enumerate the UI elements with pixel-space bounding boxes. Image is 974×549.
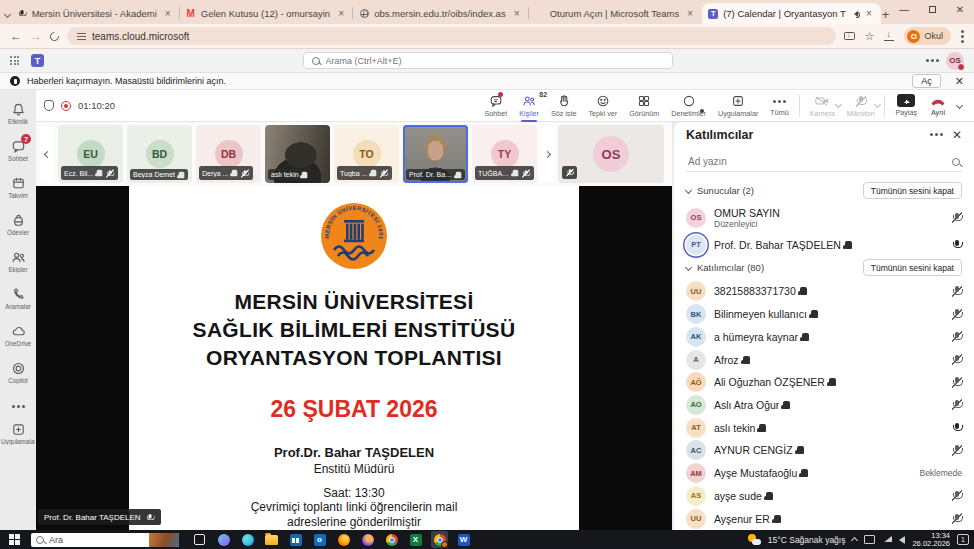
teams-search-bar[interactable] [303, 52, 673, 69]
address-bar[interactable] [67, 27, 836, 45]
panel-close-icon[interactable]: ✕ [952, 128, 962, 142]
mic-options-chevron-icon[interactable] [874, 100, 881, 107]
browser-tab-active[interactable]: T (7) Calendar | Oryantasyon T × [702, 3, 881, 24]
video-tile-active-speaker[interactable]: Prof. Dr. Bah... [403, 125, 468, 183]
video-tile[interactable]: BD Beyza Demet [127, 125, 192, 183]
tab-audio-icon[interactable] [851, 11, 858, 17]
leave-button[interactable]: Ayrıl [923, 90, 953, 122]
participant-row[interactable]: AT aslı tekin [674, 416, 974, 439]
mic-off-icon[interactable] [952, 490, 962, 501]
rail-item-activity[interactable]: Etkinlik [1, 96, 35, 131]
rail-item-calendar[interactable]: Takvim [1, 170, 35, 205]
presenters-section-header[interactable]: Sunucular (2) Tümünün sesini kapat [674, 178, 974, 202]
close-button[interactable]: ✕ [946, 0, 974, 18]
firefox-icon[interactable] [335, 531, 352, 548]
file-explorer-icon[interactable] [263, 531, 280, 548]
participant-row[interactable]: AK a hümeyra kaynar [674, 325, 974, 348]
mute-all-button[interactable]: Tümünün sesini kapat [863, 182, 962, 199]
panel-more-icon[interactable] [935, 133, 938, 136]
rail-item-copilot[interactable]: Copilot [1, 355, 35, 390]
participant-search[interactable] [686, 152, 962, 172]
firefox-nightly-icon[interactable] [359, 531, 376, 548]
participant-row[interactable]: PT Prof. Dr. Bahar TAŞDELEN [674, 233, 974, 256]
tab-close-icon[interactable]: × [162, 8, 174, 20]
tab-search-icon[interactable] [4, 4, 11, 24]
participant-row[interactable]: A Afroz [674, 348, 974, 371]
video-tile[interactable]: EU Ecz. Bil... [58, 125, 123, 183]
mic-off-icon[interactable] [952, 309, 962, 320]
chrome-active-icon[interactable] [431, 531, 448, 548]
mic-off-icon[interactable] [952, 513, 962, 524]
participant-row[interactable]: UU 38215883371730 [674, 280, 974, 303]
participant-row[interactable]: UU Ayşenur ER [674, 507, 974, 530]
outlook-icon[interactable]: o [311, 531, 328, 548]
tab-close-icon[interactable]: × [863, 8, 875, 20]
share-button[interactable]: Paylaş [889, 90, 923, 122]
browser-tab-2[interactable]: M Gelen Kutusu (12) - omursayin × [180, 3, 353, 24]
browser-tab-4[interactable]: Oturum Açın | Microsoft Teams × [529, 3, 703, 24]
user-avatar[interactable]: OS [946, 52, 964, 70]
mic-off-icon[interactable] [952, 377, 962, 388]
video-tile[interactable]: DB Derya ... [196, 125, 261, 183]
mic-button[interactable]: Mikrofon [841, 90, 881, 122]
mute-all-button[interactable]: Tümünün sesini kapat [863, 259, 962, 276]
microsoft-store-icon[interactable] [287, 531, 304, 548]
controls-button[interactable]: Denetimler [665, 90, 712, 122]
back-button[interactable]: ← [10, 30, 22, 42]
participant-row[interactable]: AÖ Ali Oğuzhan ÖZŞENER [674, 371, 974, 394]
collapse-chevron-icon[interactable] [685, 264, 692, 271]
view-button[interactable]: Görünüm [623, 90, 665, 122]
browser-tab-1[interactable]: Mersin Üniversitesi - Akademi × [11, 3, 180, 24]
url-input[interactable] [92, 31, 392, 42]
mic-on-icon[interactable] [952, 239, 962, 250]
chat-button[interactable]: Sohbet [479, 90, 514, 122]
mic-off-icon[interactable] [952, 354, 962, 365]
hidden-icons-chevron-icon[interactable] [851, 537, 858, 544]
rail-item-calls[interactable]: Aramalar [1, 281, 35, 316]
taskbar-clock[interactable]: 13:34 26.02.2026 [912, 532, 950, 548]
collapse-chevron-icon[interactable] [685, 187, 692, 194]
presentation-stage[interactable]: MERSİN ÜNİVERSİTESİ 1992 [36, 186, 672, 530]
rail-item-chat[interactable]: 7 Sohbet [1, 133, 35, 168]
notification-center-icon[interactable]: 1 [957, 534, 969, 545]
minimize-button[interactable]: — [890, 0, 918, 18]
cast-icon[interactable] [844, 32, 855, 40]
video-tile[interactable]: TY TUĞBA ... [472, 125, 537, 183]
taskbar-search[interactable]: Ara [31, 533, 179, 547]
reload-button[interactable] [48, 30, 61, 43]
leave-options-chevron-icon[interactable] [956, 102, 963, 109]
network-tray-icon[interactable] [882, 536, 892, 544]
browser-tab-3[interactable]: obs.mersin.edu.tr/oibs/index.as × [353, 3, 528, 24]
mic-off-icon[interactable] [952, 399, 962, 410]
apps-button[interactable]: Uygulamalar [712, 90, 764, 122]
attendees-section-header[interactable]: Katılımcılar (80) Tümünün sesini kapat [674, 256, 974, 280]
teams-more-icon[interactable] [931, 59, 934, 62]
volume-tray-icon[interactable] [899, 536, 905, 544]
maximize-button[interactable] [918, 0, 946, 18]
profile-chip[interactable]: O Okul [904, 27, 951, 45]
react-button[interactable]: Tepki ver [582, 90, 623, 122]
search-highlight-image[interactable] [149, 533, 179, 547]
participant-search-input[interactable] [688, 156, 946, 167]
mic-off-icon[interactable] [952, 445, 962, 456]
participant-row[interactable]: AC AYNUR CENGİZ [674, 439, 974, 462]
display-tray-icon[interactable] [864, 535, 875, 544]
word-icon[interactable]: W [455, 531, 472, 548]
mic-off-icon[interactable] [952, 212, 962, 223]
teams-search-input[interactable] [326, 56, 664, 66]
new-tab-button[interactable]: + [881, 4, 890, 24]
browser-menu-icon[interactable] [961, 35, 964, 38]
participant-row[interactable]: AM Ayşe Mustafaoğlu Beklemede [674, 462, 974, 485]
rail-item-teams[interactable]: Ekipler [1, 244, 35, 279]
shield-icon[interactable] [44, 100, 54, 111]
video-tile[interactable]: TO Tugba ... [334, 125, 399, 183]
weather-text[interactable]: 15°C Sağanak yağış [768, 535, 846, 545]
start-button[interactable] [3, 530, 25, 549]
mic-off-icon[interactable] [952, 331, 962, 342]
video-tile-camera-on[interactable]: aslı tekin [265, 125, 330, 183]
tab-close-icon[interactable]: × [511, 8, 523, 20]
raise-hand-button[interactable]: Söz iste [545, 90, 583, 122]
banner-enable-button[interactable]: Aç [912, 74, 941, 88]
mic-off-icon[interactable] [952, 286, 962, 297]
participant-row[interactable]: AS ayşe sude [674, 484, 974, 507]
